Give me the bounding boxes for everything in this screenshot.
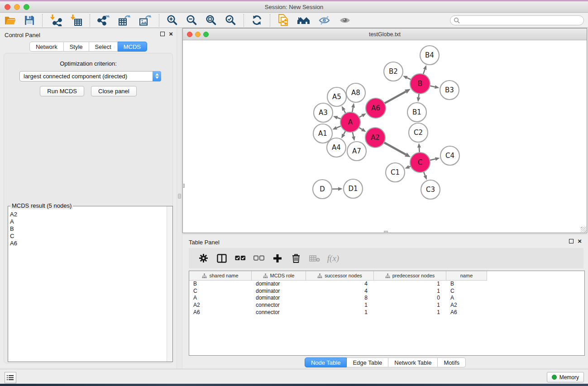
delete-table-button[interactable] <box>309 255 320 262</box>
mcds-result-title: MCDS result (5 nodes) <box>10 202 73 209</box>
column-header-shared-name[interactable]: shared name <box>189 271 252 281</box>
cell-successor-nodes[interactable]: 4 <box>306 288 374 295</box>
node-label-B2: B2 <box>389 67 398 76</box>
open-session-button[interactable] <box>0 14 20 27</box>
window-titlebar[interactable]: Session: New Session <box>0 1 588 13</box>
mcds-result-item[interactable]: C <box>10 233 172 240</box>
table-options-button[interactable] <box>198 253 209 263</box>
cell-shared-name[interactable]: B <box>189 281 252 288</box>
edge-arrowhead <box>361 114 366 117</box>
cell-successor-nodes[interactable]: 1 <box>306 309 374 316</box>
cell-shared-name[interactable]: C <box>189 288 252 295</box>
zoom-fit-button[interactable] <box>201 14 221 27</box>
mcds-result-item[interactable]: A <box>10 218 172 225</box>
zoom-selected-button[interactable] <box>221 14 240 27</box>
hide-selected-button[interactable] <box>315 14 335 27</box>
splitter-grip-icon[interactable] <box>178 194 181 199</box>
zoom-in-button[interactable] <box>163 14 182 27</box>
table-row[interactable]: A2connector11A2 <box>189 302 584 309</box>
cell-predecessor-nodes[interactable]: 0 <box>374 295 446 302</box>
float-panel-icon[interactable] <box>160 32 165 36</box>
memory-button[interactable]: Memory <box>547 372 584 382</box>
deselect-all-rows-button[interactable] <box>253 255 264 261</box>
cell-MCDS-role[interactable]: dominator <box>252 281 306 288</box>
apply-layout-button[interactable] <box>247 14 267 27</box>
tab-network-table[interactable]: Network Table <box>388 357 438 367</box>
function-builder-button[interactable]: f(x) <box>328 253 339 263</box>
column-header-name[interactable]: name <box>446 271 487 281</box>
cell-MCDS-role[interactable]: dominator <box>252 288 306 295</box>
cell-name[interactable]: A6 <box>446 309 487 316</box>
cell-name[interactable]: C <box>446 288 487 295</box>
edge-arrowhead <box>423 65 427 70</box>
tab-motifs[interactable]: Motifs <box>438 357 466 367</box>
import-network-button[interactable] <box>46 14 66 27</box>
column-header-predecessor-nodes[interactable]: predecessor nodes <box>374 271 446 281</box>
shared-column-icon <box>263 273 268 278</box>
export-table-button[interactable] <box>114 14 135 27</box>
tab-node-table[interactable]: Node Table <box>305 357 347 367</box>
tab-edge-table[interactable]: Edge Table <box>347 357 388 367</box>
cell-predecessor-nodes[interactable]: 1 <box>374 281 446 288</box>
cell-successor-nodes[interactable]: 1 <box>306 302 374 309</box>
run-mcds-button[interactable]: Run MCDS <box>40 86 84 96</box>
cell-name[interactable]: A2 <box>446 302 487 309</box>
mcds-result-item[interactable]: A6 <box>10 240 172 247</box>
zoom-out-button[interactable] <box>182 14 201 27</box>
mcds-result-item[interactable]: A2 <box>10 211 172 218</box>
node-label-B4: B4 <box>425 51 434 59</box>
float-table-panel-icon[interactable] <box>569 239 574 243</box>
search-input[interactable] <box>462 17 583 24</box>
tab-style[interactable]: Style <box>64 42 89 52</box>
column-visibility-button[interactable] <box>216 254 227 263</box>
result-scrollbar[interactable] <box>167 206 172 362</box>
export-network-button[interactable] <box>93 14 114 27</box>
cell-predecessor-nodes[interactable]: 1 <box>374 288 446 295</box>
network-window-titlebar[interactable]: testGlobe.txt <box>183 29 587 40</box>
network-canvas[interactable]: AA1A2A3A4A5A6A7A8BB1B2B3B4CC1C2C3C4DD1 <box>183 40 587 233</box>
mcds-result-box: MCDS result (5 nodes) A2ABCA6 <box>8 206 173 362</box>
task-history-button[interactable] <box>5 372 16 383</box>
tab-mcds[interactable]: MCDS <box>118 42 147 52</box>
window-resize-handle-bottom[interactable] <box>384 231 388 233</box>
select-all-rows-button[interactable] <box>235 255 246 261</box>
close-panel-button[interactable]: Close panel <box>91 86 137 96</box>
cell-shared-name[interactable]: A <box>189 295 252 302</box>
tab-select[interactable]: Select <box>89 42 118 52</box>
close-table-panel-icon[interactable]: × <box>578 239 582 243</box>
column-header-successor-nodes[interactable]: successor nodes <box>306 271 374 281</box>
cell-successor-nodes[interactable]: 8 <box>306 295 374 302</box>
show-all-button[interactable] <box>335 14 355 27</box>
close-panel-icon[interactable]: × <box>169 32 173 36</box>
cell-MCDS-role[interactable]: connector <box>252 302 306 309</box>
table-row[interactable]: Bdominator41B <box>189 281 584 288</box>
cell-shared-name[interactable]: A6 <box>189 309 252 316</box>
search-field[interactable] <box>450 15 584 25</box>
import-table-button[interactable] <box>66 14 86 27</box>
window-resize-grip[interactable] <box>581 227 586 232</box>
criterion-dropdown[interactable]: largest connected component (directed) <box>19 71 161 81</box>
clone-network-button[interactable] <box>273 14 293 27</box>
save-session-button[interactable] <box>20 14 39 27</box>
add-column-button[interactable] <box>272 254 283 263</box>
column-header-MCDS-role[interactable]: MCDS role <box>252 271 306 281</box>
table-row[interactable]: A6connector11A6 <box>189 309 584 316</box>
cell-MCDS-role[interactable]: connector <box>252 309 306 316</box>
cell-MCDS-role[interactable]: dominator <box>252 295 306 302</box>
tab-network[interactable]: Network <box>29 42 64 52</box>
table-row[interactable]: Cdominator41C <box>189 288 584 295</box>
mcds-result-item[interactable]: B <box>10 225 172 233</box>
panel-splitter[interactable] <box>177 28 182 369</box>
table-row[interactable]: Adominator80A <box>189 295 584 302</box>
cell-shared-name[interactable]: A2 <box>189 302 252 309</box>
cell-successor-nodes[interactable]: 4 <box>306 281 374 288</box>
cell-predecessor-nodes[interactable]: 1 <box>374 302 446 309</box>
cell-name[interactable]: A <box>446 295 487 302</box>
cell-predecessor-nodes[interactable]: 1 <box>374 309 446 316</box>
window-resize-handle-left[interactable] <box>182 184 185 188</box>
export-image-button[interactable] <box>135 14 156 27</box>
delete-column-button[interactable] <box>291 253 301 263</box>
first-neighbors-button[interactable] <box>293 14 315 27</box>
table-panel-title: Table Panel <box>189 239 220 246</box>
cell-name[interactable]: B <box>446 281 487 288</box>
